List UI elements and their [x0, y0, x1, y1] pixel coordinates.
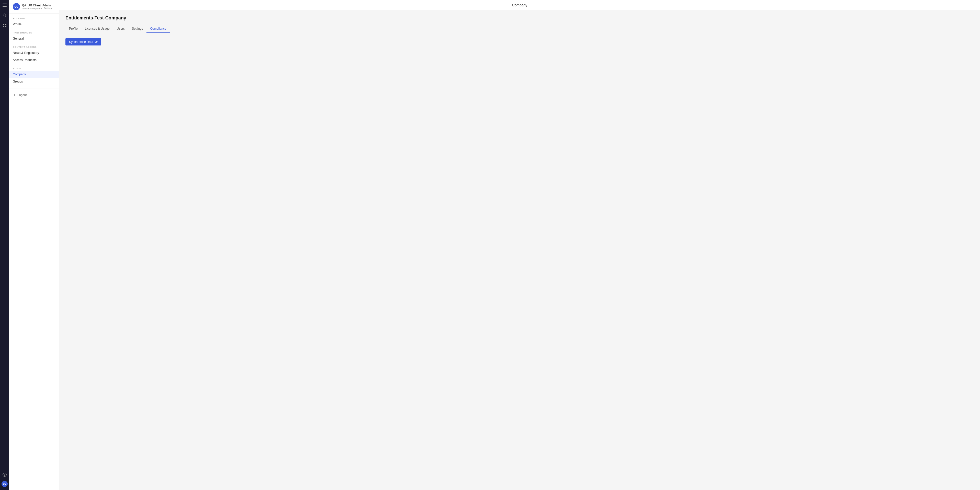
sync-button-label: Synchronise Data — [69, 40, 93, 44]
rail-user-avatar[interactable]: QC — [2, 481, 8, 487]
svg-rect-8 — [5, 26, 6, 27]
logout-button[interactable]: Logout — [9, 92, 59, 98]
search-icon[interactable] — [2, 12, 8, 18]
sidebar-divider — [9, 88, 59, 89]
icon-rail: ? QC — [0, 0, 9, 490]
sidebar-user-email: qausermanagement+24@alpha-sense... — [22, 7, 56, 10]
tab-profile[interactable]: Profile — [65, 25, 81, 33]
logout-icon — [13, 94, 16, 97]
svg-rect-5 — [3, 24, 4, 25]
tab-licenses-usage[interactable]: Licenses & Usage — [81, 25, 113, 33]
content-area: Entitlements-Test-Company Profile Licens… — [59, 10, 980, 490]
section-label-preferences: PREFERENCES — [9, 28, 59, 35]
section-label-content-access: CONTENT ACCESS — [9, 42, 59, 49]
sidebar-item-news-regulatory[interactable]: News & Regulatory — [9, 49, 59, 57]
topbar: Company — [59, 0, 980, 10]
svg-line-4 — [5, 16, 6, 17]
tab-compliance[interactable]: Compliance — [146, 25, 170, 33]
tab-settings[interactable]: Settings — [128, 25, 146, 33]
sidebar-item-profile[interactable]: Profile — [9, 21, 59, 28]
sidebar-user-name: QA_UM Client_Admin_User — [22, 4, 56, 7]
topbar-title: Company — [512, 3, 527, 7]
section-label-admin: ADMIN — [9, 63, 59, 71]
svg-rect-6 — [5, 24, 6, 25]
sidebar-item-access-requests[interactable]: Access Requests — [9, 57, 59, 63]
main-content: Company Entitlements-Test-Company Profil… — [59, 0, 980, 490]
synchronise-data-button[interactable]: Synchronise Data ⟳ — [65, 38, 101, 46]
page-title: Entitlements-Test-Company — [65, 15, 974, 21]
tab-users[interactable]: Users — [113, 25, 128, 33]
sync-icon: ⟳ — [95, 40, 98, 44]
sidebar: QC QA_UM Client_Admin_User qausermanagem… — [9, 0, 59, 490]
sidebar-item-company[interactable]: Company — [9, 71, 59, 78]
sidebar-user-avatar: QC — [13, 3, 20, 10]
sidebar-item-groups[interactable]: Groups — [9, 78, 59, 85]
svg-text:?: ? — [4, 474, 5, 476]
svg-rect-0 — [3, 3, 6, 4]
logout-label: Logout — [18, 93, 27, 97]
sidebar-user-section: QC QA_UM Client_Admin_User qausermanagem… — [9, 0, 59, 14]
help-icon[interactable]: ? — [2, 472, 8, 478]
tabs: Profile Licenses & Usage Users Settings … — [65, 25, 974, 33]
section-label-account: ACCOUNT — [9, 14, 59, 21]
svg-rect-1 — [3, 5, 6, 5]
svg-rect-7 — [3, 26, 4, 27]
apps-icon[interactable] — [2, 22, 8, 29]
menu-icon[interactable] — [2, 2, 8, 8]
sidebar-item-general[interactable]: General — [9, 35, 59, 42]
svg-rect-2 — [3, 6, 6, 6]
